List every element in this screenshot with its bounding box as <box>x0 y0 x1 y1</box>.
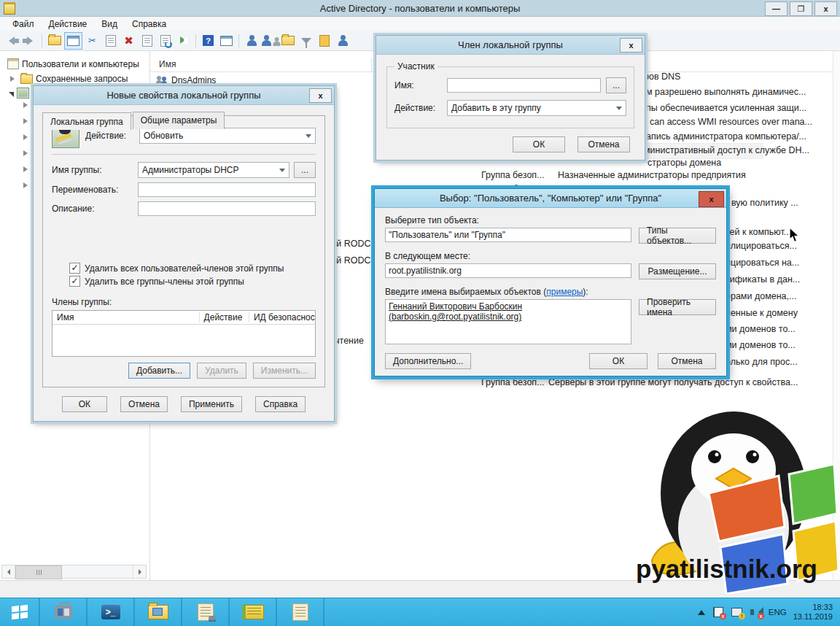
rename-input[interactable] <box>138 182 316 197</box>
ok-button[interactable]: ОК <box>589 353 648 369</box>
back-icon[interactable] <box>3 33 20 49</box>
paste-icon[interactable] <box>102 33 119 49</box>
cut-icon[interactable]: ✂ <box>84 33 101 49</box>
names-textarea[interactable]: Геннаний Викторович Барбоскин (barboskin… <box>385 299 631 344</box>
cancel-button[interactable]: Отмена <box>120 396 168 412</box>
server-manager-icon[interactable] <box>40 598 88 626</box>
volume-muted-icon[interactable]: x <box>750 606 762 618</box>
chevron-down-icon[interactable] <box>302 128 315 143</box>
dialog-titlebar[interactable]: Новые свойства локальной группы x <box>34 86 334 105</box>
tree-expander[interactable] <box>23 150 31 156</box>
expander-open-icon[interactable] <box>9 92 14 97</box>
close-icon[interactable]: x <box>699 191 724 207</box>
tab-general[interactable]: Общие параметры <box>133 112 225 129</box>
delegate-user-icon[interactable] <box>334 33 351 49</box>
list-item-dnsadmins[interactable]: DnsAdmins <box>156 75 216 85</box>
chevron-down-icon[interactable] <box>276 163 289 177</box>
members-table[interactable]: Имя Действие ИД безопасност <box>52 310 316 357</box>
scrollbar-thumb[interactable] <box>15 565 62 579</box>
column-header-name[interactable]: Имя <box>159 59 176 69</box>
close-button[interactable]: x <box>814 1 837 16</box>
close-icon[interactable]: x <box>309 88 332 103</box>
tree-expander[interactable] <box>23 118 31 124</box>
tree-item-domain[interactable] <box>9 88 29 98</box>
scroll-left-icon[interactable] <box>2 565 15 578</box>
tree-item-root[interactable]: Пользователи и компьютеры <box>7 58 139 69</box>
cancel-button[interactable]: Отмена <box>658 353 716 369</box>
cancel-button[interactable]: Отмена <box>578 136 630 152</box>
new-user-icon[interactable] <box>243 33 260 49</box>
horizontal-scrollbar[interactable] <box>1 565 147 579</box>
minimize-button[interactable]: — <box>765 1 788 16</box>
chevron-down-icon[interactable] <box>612 101 626 115</box>
tree-item-saved-queries[interactable]: Сохраненные запросы <box>10 74 128 84</box>
powershell-icon[interactable]: >_ <box>88 598 135 626</box>
checkbox-remove-users[interactable] <box>69 263 80 274</box>
language-indicator[interactable]: ENG <box>769 608 787 617</box>
group-name-dropdown[interactable]: Администраторы DHCP <box>138 162 289 178</box>
clock[interactable]: 18:33 13.11.2019 <box>793 603 833 622</box>
delete-icon[interactable]: ✖ <box>120 33 137 49</box>
up-folder-icon[interactable] <box>46 33 63 49</box>
expander-icon[interactable] <box>10 76 18 82</box>
location-button[interactable]: Размещение... <box>639 263 716 279</box>
properties-list-icon[interactable] <box>139 33 155 49</box>
new-group-icon[interactable] <box>261 33 278 49</box>
help-button[interactable]: Справка <box>255 396 306 412</box>
members-col-name[interactable]: Имя <box>52 312 200 322</box>
member-name-input[interactable] <box>447 78 601 93</box>
close-icon[interactable]: x <box>620 38 642 53</box>
restore-button[interactable]: ❐ <box>790 1 812 16</box>
tray-expand-icon[interactable] <box>698 606 705 615</box>
console-window-icon[interactable] <box>64 32 82 50</box>
object-types-button[interactable]: Типы объектов... <box>639 228 716 244</box>
filter-icon[interactable] <box>298 33 314 49</box>
tree-expander[interactable] <box>23 102 31 108</box>
mmc-scroll-icon[interactable] <box>277 598 324 626</box>
flag-error-icon[interactable]: x <box>712 606 724 618</box>
dialog-titlebar[interactable]: Выбор: "Пользователь", "Компьютер" или "… <box>375 189 726 208</box>
apply-button[interactable]: Применить <box>181 396 242 412</box>
advanced-doc-icon[interactable] <box>316 33 332 49</box>
members-col-sid[interactable]: ИД безопасност <box>249 312 315 322</box>
remove-button[interactable]: Удалить <box>197 363 246 379</box>
forward-icon[interactable] <box>21 33 38 49</box>
add-button[interactable]: Добавить... <box>128 363 190 379</box>
ok-button[interactable]: ОК <box>62 396 107 412</box>
help-icon[interactable]: ? <box>200 33 217 49</box>
explorer-icon[interactable] <box>135 598 182 626</box>
object-type-label: Выберите тип объекта: <box>385 215 716 225</box>
dhcp-book-icon[interactable] <box>230 598 277 626</box>
tree-expander[interactable] <box>23 134 31 140</box>
menu-file[interactable]: Файл <box>6 18 41 31</box>
ok-button[interactable]: ОК <box>513 136 565 152</box>
description-input[interactable] <box>138 201 316 216</box>
dialog-titlebar[interactable]: Член локальной группы x <box>376 36 645 55</box>
tab-local-group[interactable]: Локальная группа <box>42 112 131 130</box>
start-icon[interactable] <box>0 598 40 626</box>
checkbox-remove-groups[interactable] <box>69 276 80 287</box>
edit-button[interactable]: Изменить... <box>253 363 316 379</box>
members-col-action[interactable]: Действие <box>200 312 249 322</box>
action-dropdown[interactable]: Обновить <box>139 128 316 144</box>
member-action-dropdown[interactable]: Добавить в эту группу <box>447 100 626 116</box>
export-list-icon[interactable] <box>175 33 192 49</box>
check-names-button[interactable]: Проверить имена <box>639 299 716 315</box>
menu-action[interactable]: Действие <box>42 18 94 31</box>
browse-button[interactable]: ... <box>606 77 626 93</box>
column-divider[interactable] <box>371 58 372 72</box>
scroll-right-icon[interactable] <box>133 565 146 578</box>
mmc-scroll-group-icon[interactable] <box>182 598 230 626</box>
window-frame-icon[interactable] <box>218 33 235 49</box>
tree-expander[interactable] <box>23 182 31 188</box>
clock-time: 18:33 <box>793 603 833 612</box>
menu-help[interactable]: Справка <box>125 18 173 31</box>
menu-view[interactable]: Вид <box>95 18 124 31</box>
examples-link[interactable]: примеры <box>546 287 583 297</box>
refresh-icon[interactable] <box>157 33 174 49</box>
browse-button[interactable]: ... <box>294 162 316 178</box>
tree-expander[interactable] <box>23 166 31 172</box>
network-warning-icon[interactable]: ! <box>731 606 743 618</box>
advanced-button[interactable]: Дополнительно... <box>385 353 471 369</box>
new-ou-icon[interactable] <box>279 33 296 49</box>
